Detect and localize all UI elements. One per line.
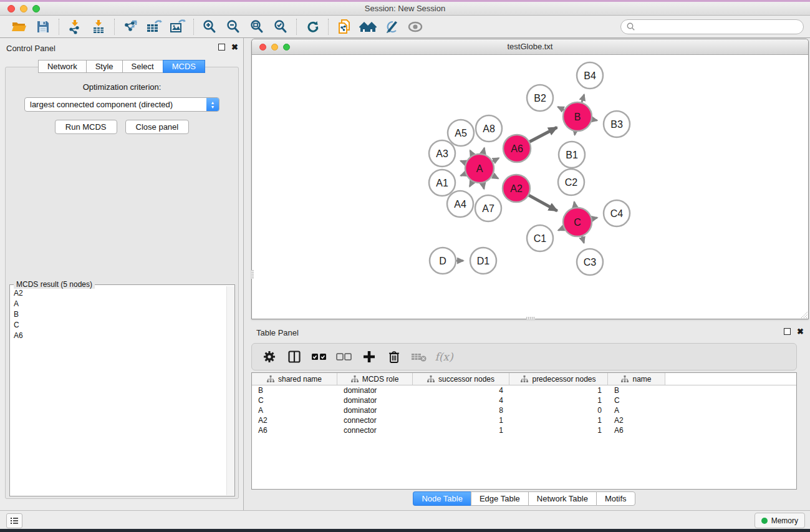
run-mcds-button[interactable]: Run MCDS: [55, 120, 117, 134]
table-cell[interactable]: A6: [608, 425, 665, 435]
minimize-view-icon[interactable]: [271, 44, 278, 51]
column-header-name[interactable]: name: [608, 373, 665, 385]
result-item[interactable]: B: [10, 309, 226, 319]
table-cell[interactable]: 1: [509, 395, 608, 405]
import-table-icon[interactable]: [87, 17, 110, 36]
table-cell[interactable]: dominator: [337, 405, 413, 415]
edge-A-A3[interactable]: [461, 161, 466, 163]
table-cell[interactable]: C: [252, 395, 337, 405]
table-cell[interactable]: A: [608, 405, 665, 415]
tab-network-table[interactable]: Network Table: [528, 491, 596, 506]
duplicate-network-icon[interactable]: [332, 17, 356, 36]
edge-C-C1[interactable]: [558, 228, 564, 231]
tab-mcds[interactable]: MCDS: [163, 60, 205, 73]
network-window-titlebar[interactable]: testGlobe.txt: [252, 39, 808, 55]
edge-A-A5[interactable]: [470, 150, 473, 155]
result-item[interactable]: A: [10, 298, 226, 309]
table-cell[interactable]: 1: [509, 385, 608, 395]
task-history-button[interactable]: [6, 513, 22, 528]
result-item[interactable]: C: [10, 319, 226, 330]
table-cell[interactable]: connector: [337, 415, 413, 425]
edge-A-A4[interactable]: [470, 181, 472, 186]
table-cell[interactable]: A6: [252, 425, 337, 435]
column-header-successor-nodes[interactable]: successor nodes: [413, 373, 509, 385]
tab-node-table[interactable]: Node Table: [413, 491, 471, 506]
edge-B-B4[interactable]: [582, 95, 584, 102]
float-panel-icon[interactable]: [218, 44, 225, 51]
export-network-icon[interactable]: [118, 17, 142, 36]
memory-button[interactable]: Memory: [755, 513, 805, 528]
column-icon[interactable]: [283, 346, 306, 367]
float-table-panel-icon[interactable]: [784, 328, 791, 335]
table-cell[interactable]: 1: [413, 415, 509, 425]
column-header-MCDS-role[interactable]: MCDS role: [337, 373, 413, 385]
tab-edge-table[interactable]: Edge Table: [471, 491, 528, 506]
export-image-icon[interactable]: [166, 17, 190, 36]
node-table[interactable]: shared nameMCDS rolesuccessor nodesprede…: [251, 372, 797, 490]
table-cell[interactable]: A2: [252, 415, 337, 425]
edge-B-B1[interactable]: [575, 132, 576, 135]
close-panel-button[interactable]: Close panel: [125, 120, 190, 134]
resize-grip-icon[interactable]: [799, 310, 808, 318]
edge-A-A6[interactable]: [493, 158, 499, 162]
zoom-in-icon[interactable]: [198, 17, 221, 36]
tab-style[interactable]: Style: [86, 60, 122, 73]
table-cell[interactable]: 0: [509, 405, 608, 415]
network-view-window[interactable]: testGlobe.txt AA1A2A3A4A5A6A7A8BB1B2B3B4…: [251, 39, 809, 319]
edge-C-C4[interactable]: [592, 218, 597, 219]
tab-motifs[interactable]: Motifs: [596, 491, 635, 506]
table-cell[interactable]: C: [608, 395, 665, 405]
result-scrollbar[interactable]: [226, 286, 234, 495]
tab-select[interactable]: Select: [122, 60, 163, 73]
close-window-icon[interactable]: [7, 5, 15, 12]
edge-A-A2[interactable]: [493, 175, 498, 178]
close-panel-icon[interactable]: ✖: [231, 44, 238, 51]
table-cell[interactable]: 1: [509, 415, 608, 425]
column-header-shared-name[interactable]: shared name: [252, 373, 337, 385]
tab-network[interactable]: Network: [38, 60, 86, 73]
edge-B-B3[interactable]: [592, 119, 597, 120]
zoom-fit-icon[interactable]: [245, 17, 269, 36]
table-cell[interactable]: connector: [337, 425, 413, 435]
edge-C-C3[interactable]: [582, 236, 584, 243]
edge-A-A1[interactable]: [461, 174, 466, 176]
edge-A-A8[interactable]: [483, 148, 484, 153]
edge-A6-B[interactable]: [529, 127, 557, 142]
table-cell[interactable]: B: [252, 385, 337, 395]
edge-A-A7[interactable]: [483, 183, 484, 188]
add-row-icon[interactable]: [358, 346, 380, 367]
table-cell[interactable]: 1: [413, 425, 509, 435]
zoom-out-icon[interactable]: [221, 17, 245, 36]
zoom-window-icon[interactable]: [32, 5, 40, 12]
result-item[interactable]: A6: [10, 330, 226, 341]
table-cell[interactable]: 1: [509, 425, 608, 435]
network-canvas[interactable]: AA1A2A3A4A5A6A7A8BB1B2B3B4CC1C2C3C4DD1: [252, 55, 808, 319]
table-cell[interactable]: A: [252, 405, 337, 415]
edge-C-C2[interactable]: [574, 202, 575, 208]
table-cell[interactable]: 4: [413, 385, 509, 395]
settings-icon[interactable]: [258, 346, 281, 367]
search-input[interactable]: [620, 19, 804, 34]
table-row[interactable]: A2connector11A2: [252, 415, 796, 425]
column-header-predecessor-nodes[interactable]: predecessor nodes: [509, 373, 608, 385]
show-panel-icon[interactable]: [403, 17, 427, 36]
hide-graphics-icon[interactable]: [380, 17, 403, 36]
open-folder-icon[interactable]: [7, 17, 31, 36]
table-cell[interactable]: 4: [413, 395, 509, 405]
deselect-all-icon[interactable]: [333, 346, 355, 367]
edge-A2-C[interactable]: [529, 195, 557, 211]
table-row[interactable]: A6connector11A6: [252, 425, 796, 435]
resize-grip-left[interactable]: [251, 270, 254, 279]
select-all-icon[interactable]: [308, 346, 330, 367]
edge-B-B2[interactable]: [558, 107, 564, 110]
table-cell[interactable]: dominator: [337, 395, 413, 405]
table-cell[interactable]: dominator: [337, 385, 413, 395]
delete-row-icon[interactable]: [383, 346, 405, 367]
resize-grip-bottom[interactable]: [526, 317, 535, 319]
app-titlebar[interactable]: Session: New Session: [0, 2, 810, 16]
table-cell[interactable]: A2: [608, 415, 665, 425]
close-view-icon[interactable]: [259, 44, 266, 51]
result-item[interactable]: A2: [10, 288, 226, 298]
table-cell[interactable]: 8: [413, 405, 509, 415]
table-row[interactable]: Bdominator41B: [252, 385, 796, 395]
